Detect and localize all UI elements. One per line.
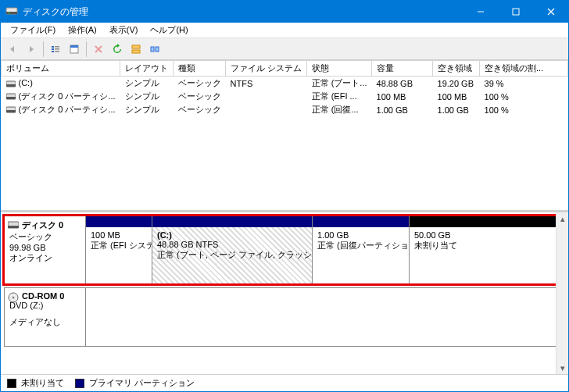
- col-volume[interactable]: ボリューム: [2, 61, 120, 77]
- svg-rect-18: [132, 50, 140, 53]
- menu-action[interactable]: 操作(A): [63, 23, 102, 37]
- properties-button[interactable]: [66, 41, 83, 58]
- refresh-button[interactable]: [109, 41, 126, 58]
- svg-rect-28: [8, 226, 19, 228]
- scroll-up-icon[interactable]: ▴: [556, 212, 568, 225]
- legend: 未割り当て プライマリ パーティション: [1, 374, 568, 391]
- delete-button[interactable]: [90, 41, 107, 58]
- cdrom-state: メディアなし: [9, 316, 81, 328]
- svg-point-2: [8, 12, 9, 14]
- col-free[interactable]: 空き領域: [433, 61, 480, 77]
- toolbar-separator: [86, 41, 87, 57]
- menu-view[interactable]: 表示(V): [105, 23, 143, 37]
- partition-efi[interactable]: 100 MB 正常 (EFI システム: [86, 216, 152, 283]
- partition-unallocated[interactable]: 50.00 GB 未割り当て: [409, 216, 564, 283]
- toolbar: [1, 38, 568, 60]
- svg-rect-4: [513, 9, 519, 15]
- graphic-view-button[interactable]: [146, 41, 163, 58]
- maximize-button[interactable]: [498, 1, 533, 23]
- disk-0-state: オンライン: [9, 252, 81, 264]
- app-icon: [5, 5, 18, 18]
- col-capacity[interactable]: 容量: [372, 61, 433, 77]
- cdrom-0-info: CD-ROM 0 DVD (Z:) メディアなし: [5, 288, 86, 346]
- table-row[interactable]: (ディスク 0 パーティシ...シンプルベーシック正常 (EFI ...100 …: [2, 90, 568, 103]
- legend-primary: プライマリ パーティション: [89, 377, 195, 389]
- svg-rect-19: [151, 47, 154, 52]
- table-row[interactable]: (C:)シンプルベーシックNTFS正常 (ブート...48.88 GB19.20…: [2, 77, 568, 91]
- col-layout[interactable]: レイアウト: [120, 61, 174, 77]
- partition-recovery[interactable]: 1.00 GB 正常 (回復パーティション): [312, 216, 409, 283]
- toolbar-separator: [43, 41, 44, 57]
- refresh-list-button[interactable]: [47, 41, 64, 58]
- svg-rect-8: [52, 48, 54, 50]
- legend-swatch-unalloc: [7, 379, 16, 388]
- col-freepct[interactable]: 空き領域の割...: [480, 61, 568, 77]
- menu-help[interactable]: ヘルプ(H): [145, 23, 192, 37]
- cdrom-0-row[interactable]: CD-ROM 0 DVD (Z:) メディアなし: [4, 287, 565, 347]
- svg-rect-14: [70, 45, 78, 48]
- menubar: ファイル(F) 操作(A) 表示(V) ヘルプ(H): [1, 23, 568, 38]
- cdrom-drive: DVD (Z:): [9, 301, 81, 310]
- volume-table: ボリューム レイアウト 種類 ファイル システム 状態 容量 空き領域 空き領域…: [1, 60, 568, 116]
- disk-0-type: ベーシック: [9, 231, 81, 243]
- table-row[interactable]: (ディスク 0 パーティシ...シンプルベーシック正常 (回復...1.00 G…: [2, 103, 568, 116]
- volume-list-pane[interactable]: ボリューム レイアウト 種類 ファイル システム 状態 容量 空き領域 空き領域…: [1, 60, 568, 212]
- detail-view-button[interactable]: [127, 41, 145, 58]
- forward-button[interactable]: [23, 41, 40, 58]
- col-status[interactable]: 状態: [307, 61, 372, 77]
- close-button[interactable]: [533, 1, 568, 23]
- scroll-down-icon[interactable]: ▾: [556, 362, 568, 374]
- window-title: ディスクの管理: [23, 5, 463, 19]
- svg-rect-9: [52, 51, 54, 52]
- partition-c[interactable]: (C:) 48.88 GB NTFS 正常 (ブート, ページ ファイル, クラ…: [152, 216, 312, 283]
- svg-rect-20: [156, 47, 159, 52]
- col-filesystem[interactable]: ファイル システム: [226, 61, 307, 77]
- svg-rect-22: [6, 84, 16, 87]
- svg-rect-1: [6, 12, 17, 14]
- svg-rect-24: [6, 97, 16, 99]
- svg-rect-26: [6, 110, 16, 112]
- svg-rect-17: [132, 45, 140, 48]
- col-type[interactable]: 種類: [174, 61, 226, 77]
- disk-0-info: ディスク 0 ベーシック 99.98 GB オンライン: [5, 216, 86, 283]
- disk-0-name: ディスク 0: [22, 219, 81, 231]
- disk-0-row[interactable]: ディスク 0 ベーシック 99.98 GB オンライン 100 MB 正常 (E…: [4, 216, 565, 284]
- legend-unalloc: 未割り当て: [21, 377, 64, 389]
- vertical-scrollbar[interactable]: ▴ ▾: [556, 212, 568, 374]
- titlebar: ディスクの管理: [1, 1, 568, 23]
- svg-rect-12: [55, 51, 59, 52]
- legend-swatch-primary: [75, 379, 84, 388]
- svg-point-30: [13, 297, 15, 299]
- graphic-pane[interactable]: ディスク 0 ベーシック 99.98 GB オンライン 100 MB 正常 (E…: [1, 212, 568, 374]
- svg-rect-7: [52, 46, 54, 48]
- minimize-button[interactable]: [463, 1, 498, 23]
- menu-file[interactable]: ファイル(F): [5, 23, 60, 37]
- back-button[interactable]: [4, 41, 21, 58]
- svg-rect-11: [55, 48, 59, 50]
- cdrom-name: CD-ROM 0: [22, 291, 81, 301]
- disk-0-size: 99.98 GB: [9, 243, 81, 252]
- svg-rect-10: [55, 46, 59, 48]
